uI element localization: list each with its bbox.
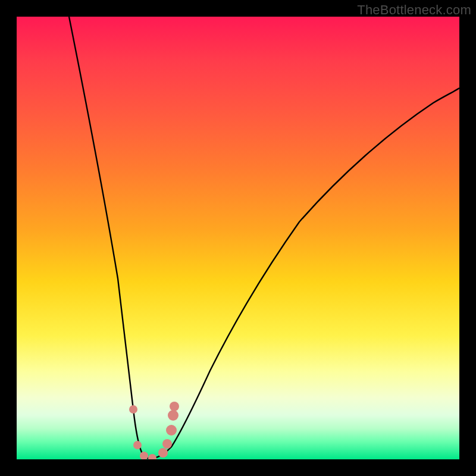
data-marker <box>158 448 168 458</box>
data-marker <box>170 402 179 411</box>
watermark-label: TheBottleneck.com <box>357 2 471 18</box>
data-marker <box>133 441 142 449</box>
data-marker <box>166 425 177 436</box>
curve-right-branch <box>151 88 459 459</box>
data-marker <box>168 410 178 421</box>
data-marker <box>140 452 148 459</box>
data-marker <box>148 454 156 459</box>
data-marker <box>129 405 137 414</box>
curve-left-branch <box>69 17 151 459</box>
bottleneck-curve <box>17 17 459 459</box>
chart-frame <box>17 17 459 459</box>
data-marker <box>162 439 172 449</box>
